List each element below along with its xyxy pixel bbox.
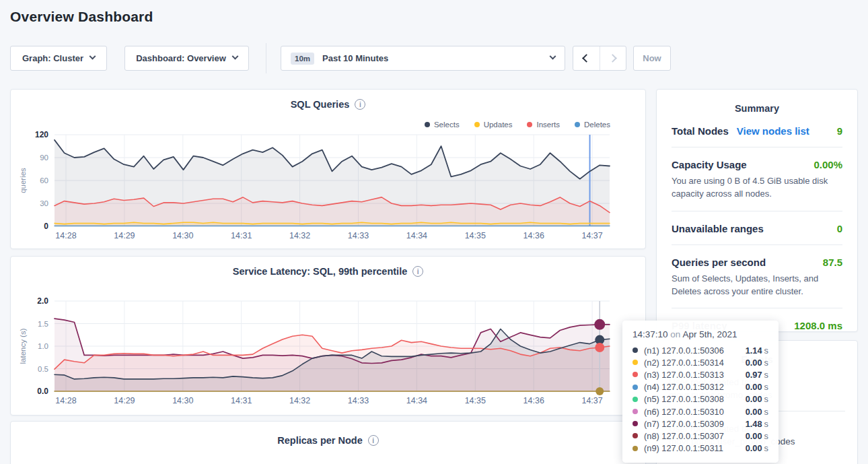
svg-text:14:34: 14:34 [406,231,427,240]
svg-text:1.5: 1.5 [38,320,48,328]
tooltip-node-row: (n5) 127.0.0.1:503080.00s [632,393,768,405]
chevron-down-icon [231,53,238,60]
capacity-label: Capacity Usage [672,159,747,170]
svg-text:2.0: 2.0 [37,296,48,306]
tooltip-node-row: (n4) 127.0.0.1:503120.00s [632,381,768,393]
node-color-dot [632,385,638,390]
dashboard-dropdown[interactable]: Dashboard: Overview [124,46,249,71]
summary-unavailable: Unavailable ranges 0 [672,211,842,245]
svg-text:14:35: 14:35 [465,396,486,405]
svg-text:14:35: 14:35 [465,231,486,240]
node-address: (n1) 127.0.0.1:50306 [644,345,724,356]
node-color-dot [632,397,638,402]
capacity-value: 0.00% [813,159,842,170]
replicas-per-node-card: Replicas per Node i [10,421,646,464]
qps-description: Sum of Selects, Updates, Inserts, and De… [672,273,842,298]
unavailable-ranges-value: 0 [837,223,842,234]
node-address: (n4) 127.0.0.1:50312 [644,382,724,392]
time-step-buttons [573,46,626,71]
summary-capacity: Capacity Usage 0.00% You are using 0 B o… [672,147,842,211]
tooltip-node-row: (n1) 127.0.0.1:503061.14s [632,344,768,356]
total-nodes-value: 9 [837,125,842,137]
time-range-label: Past 10 Minutes [322,53,388,63]
node-color-dot [632,360,638,365]
latency-unit: s [764,382,768,392]
time-range-badge: 10m [291,53,314,65]
node-address: (n7) 127.0.0.1:50309 [644,419,724,429]
node-color-dot [632,409,638,414]
tooltip-node-row: (n2) 127.0.0.1:503140.00s [632,356,768,368]
now-button[interactable]: Now [633,46,671,71]
svg-text:14:32: 14:32 [289,231,310,240]
node-address: (n9) 127.0.0.1:50311 [644,443,723,453]
node-color-dot [632,446,638,451]
svg-text:14:32: 14:32 [289,396,310,405]
summary-total-nodes: Total Nodes View nodes list 9 [672,114,842,147]
svg-text:0.5: 0.5 [38,365,48,373]
graph-dropdown-label: Graph: Cluster [22,53,83,63]
tooltip-node-row: (n8) 127.0.0.1:503070.00s [632,430,768,442]
node-latency-value: 0.00 [746,394,762,404]
node-color-dot [632,433,638,438]
replicas-per-node-title: Replicas per Node [277,435,363,446]
latency-unit: s [764,358,768,368]
latency-unit: s [764,443,768,453]
info-icon[interactable]: i [368,435,379,446]
graph-dropdown[interactable]: Graph: Cluster [10,46,107,71]
view-nodes-list-link[interactable]: View nodes list [737,125,809,137]
node-address: (n8) 127.0.0.1:50307 [644,431,724,441]
sql-queries-chart[interactable]: 030609012014:2814:2914:3014:3114:3214:33… [11,90,647,250]
node-latency-value: 0.00 [746,407,762,417]
svg-text:14:33: 14:33 [348,396,369,405]
tooltip-node-row: (n7) 127.0.0.1:503091.48s [632,418,768,430]
node-latency-value: 0.00 [746,382,762,392]
page-title: Overview Dashboard [10,9,153,25]
dashboard-dropdown-label: Dashboard: Overview [136,53,226,63]
node-latency-value: 0.00 [746,443,762,453]
svg-text:14:37: 14:37 [581,231,602,240]
svg-text:14:30: 14:30 [172,396,193,405]
unavailable-ranges-label: Unavailable ranges [672,223,764,234]
node-latency-value: 1.14 [746,345,762,356]
svg-text:14:31: 14:31 [231,396,252,405]
service-latency-chart[interactable]: 0.00.51.01.52.014:2814:2914:3014:3114:32… [11,257,647,416]
latency-unit: s [764,345,768,356]
node-latency-value: 1.48 [746,419,762,429]
node-address: (n5) 127.0.0.1:50308 [644,394,724,404]
toolbar-divider [266,43,266,73]
svg-text:queries: queries [19,168,27,193]
svg-text:latency (s): latency (s) [19,328,27,364]
svg-text:14:33: 14:33 [348,231,369,240]
capacity-description: You are using 0 B of 4.5 GiB usable disk… [672,175,842,201]
svg-text:0.0: 0.0 [37,387,48,396]
node-latency-value: 0.00 [746,431,762,441]
node-latency-value: 0.00 [746,358,762,368]
time-range-dropdown[interactable]: 10m Past 10 Minutes [281,46,565,71]
latency-unit: s [764,419,768,429]
svg-text:14:37: 14:37 [581,396,602,405]
qps-label: Queries per second [672,257,766,268]
total-nodes-label: Total Nodes [672,125,729,137]
chevron-down-icon [89,53,96,60]
next-time-button[interactable] [600,46,626,70]
node-latency-value: 0.97 [746,370,762,380]
prev-time-button[interactable] [573,46,600,70]
svg-text:14:36: 14:36 [523,231,544,240]
summary-qps: Queries per second 87.5 Sum of Selects, … [672,245,842,309]
service-latency-card: Service Latency: SQL, 99th percentile i … [10,256,646,416]
latency-unit: s [764,370,768,380]
sql-queries-card: SQL Queries i SelectsUpdatesInsertsDelet… [10,89,646,249]
svg-text:1.0: 1.0 [38,342,48,350]
chart-hover-tooltip: 14:37:10 on Apr 5th, 2021 (n1) 127.0.0.1… [622,321,779,463]
svg-text:14:31: 14:31 [231,231,252,240]
node-color-dot [632,347,638,353]
svg-text:60: 60 [40,176,48,185]
node-address: (n3) 127.0.0.1:50313 [644,370,724,380]
qps-value: 87.5 [823,257,842,268]
svg-text:120: 120 [35,130,48,139]
svg-text:30: 30 [40,199,48,207]
tooltip-timestamp: 14:37:10 on Apr 5th, 2021 [632,329,768,339]
node-address: (n2) 127.0.0.1:50314 [644,358,724,368]
node-address: (n6) 127.0.0.1:50310 [644,407,724,417]
latency-unit: s [764,394,768,404]
